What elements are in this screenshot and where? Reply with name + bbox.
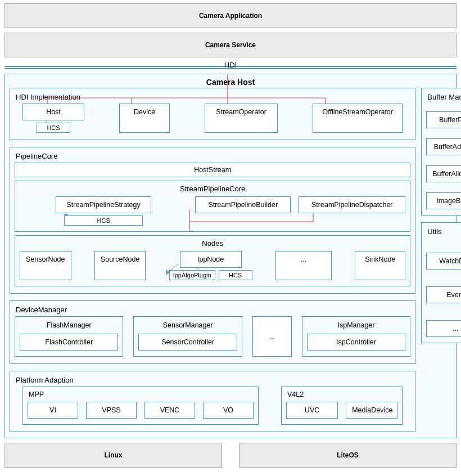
nodes-ellipsis-box: ... [275,251,332,280]
offline-stream-operator-box: OfflineStreamOperator [313,104,403,133]
stream-pipeline-core-panel: StreamPipelineCore StreamPipelineStrateg… [15,181,410,232]
host-stream-box: HostStream [15,163,410,177]
source-node-box: SourceNode [94,251,146,280]
stream-pipeline-dispatcher-box: StreamPipelineDispatcher [299,196,405,213]
sensor-node-box: SensorNode [20,251,71,280]
ipp-node-box: IppNode [180,251,242,268]
vo-box: VO [203,402,254,419]
camera-service-layer: Camera Service [4,33,457,57]
sensor-controller-box: SensorController [138,334,237,351]
camera-application-layer: Camera Application [4,3,457,28]
v4l2-group: V4L2 UVC MediaDevice [281,387,403,425]
flash-manager-panel: FlashManager FlashController [15,316,123,357]
hcs-box-ipp: HCS [219,270,252,280]
stream-pipeline-core-title: StreamPipelineCore [20,183,405,196]
buffer-manager-title: Buffer Manager [426,92,461,101]
sink-node-box: SinkNode [355,251,405,280]
mpp-group: MPP VI VPSS VENC VO [22,387,259,425]
stream-pipeline-strategy-box: StreamPipelineStrategy [56,196,151,213]
isp-controller-box: IspController [307,334,405,351]
isp-manager-panel: IspManager IspController [302,316,410,357]
device-manager-panel: DeviceManager FlashManager FlashControll… [10,300,415,364]
venc-box: VENC [144,402,195,419]
utils-ellipsis-box: ... [426,320,461,337]
hdi-label: HDI [4,61,457,69]
stream-pipeline-builder-box: StreamPipelineBuilder [195,196,291,213]
v4l2-title: V4L2 [286,389,397,402]
camera-host-title: Camera Host [10,77,451,88]
isp-manager-title: IspManager [307,319,405,334]
vpss-box: VPSS [86,402,137,419]
liteos-layer: LiteOS [239,443,457,468]
uvc-box: UVC [286,402,338,419]
flash-manager-title: FlashManager [20,319,118,334]
buffer-allocator-box: BufferAllocator [426,165,461,182]
flash-controller-box: FlashController [20,334,118,351]
host-box: Host [22,104,84,120]
sensor-manager-panel: SensorManager SensorController [133,316,242,357]
hcs-box-strategy: HCS [64,215,143,226]
pipeline-core-title: PipelineCore [15,151,410,163]
vi-box: VI [28,402,78,419]
hcs-box-host: HCS [37,123,70,133]
device-manager-ellipsis: ... [252,316,292,357]
hdi-implementation-panel: HDI Implementation Host HCS Device Strea… [10,88,415,140]
utils-title: Utils [426,226,461,236]
media-device-box: MediaDevice [346,402,397,419]
buffer-manager-panel: Buffer Manager BufferPool BufferAdapter … [421,88,461,215]
device-box: Device [119,104,170,133]
sensor-manager-title: SensorManager [138,319,237,334]
nodes-title: Nodes [20,238,405,251]
ipp-algo-plugin-box: IppAlgoPlugin [169,270,215,280]
camera-host-container: Camera Host HDI Implementation Host HCS [4,74,457,438]
nodes-panel: Nodes SensorNode SourceNode IppNode IppA… [15,235,410,286]
device-manager-title: DeviceManager [15,304,410,316]
event-box: Event [426,286,461,303]
linux-layer: Linux [4,443,222,468]
mpp-title: MPP [28,389,254,402]
hdi-implementation-title: HDI Implementation [15,92,410,104]
utils-panel: Utils WatchDog Event ... [421,222,461,343]
pipeline-core-panel: PipelineCore HostStream [10,147,415,294]
image-buffer-box: ImageBuffer [426,192,461,209]
buffer-adapter-box: BufferAdapter [426,138,461,155]
watchdog-box: WatchDog [426,253,461,270]
buffer-pool-box: BufferPool [426,111,461,128]
stream-operator-box: StreamOperator [205,104,278,133]
platform-adaption-panel: Platform Adaption MPP VI VPSS VENC VO [10,371,415,432]
platform-adaption-title: Platform Adaption [15,375,410,387]
